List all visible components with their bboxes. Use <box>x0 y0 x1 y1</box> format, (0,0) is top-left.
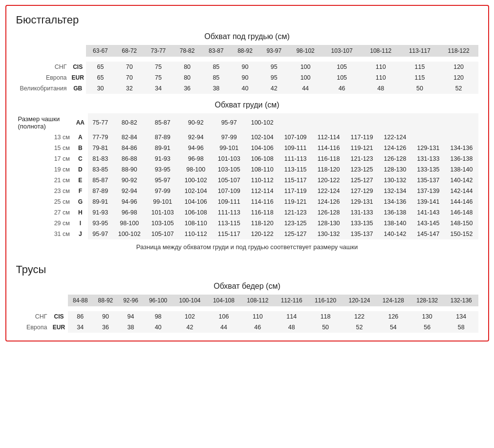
cup-i-row: 29 см I 93-9598-100103-105108-110113-115… <box>16 218 478 229</box>
cup-h-row: 27 см H 91-9396-98101-103106-108111-1131… <box>16 207 478 218</box>
cup-table: Размер чашки(полнота) AA 75-7780-8285-87… <box>16 113 478 255</box>
underbust-cis-row: СНГ CIS 65707580859095100105110115120 <box>16 62 478 72</box>
cup-b-row: 15 см B 79-8184-8689-9194-9699-101104-10… <box>16 143 478 153</box>
underbust-subtitle: Обхват под грудью (см) <box>16 32 478 41</box>
hip-header-row: 84-8888-9292-9696-100100-104104-108108-1… <box>16 295 478 306</box>
hip-table: 84-8888-9292-9696-100100-104104-108108-1… <box>16 295 478 333</box>
cup-c-row: 17 см C 81-8386-8891-9396-98101-103106-1… <box>16 153 478 164</box>
bra-section: Бюстгальтер Обхват под грудью (см) 63-67… <box>16 14 478 255</box>
cup-e-row: 21 см E 85-8790-9295-97100-102105-107110… <box>16 175 478 186</box>
cup-f-row: 23 см F 87-8992-9497-99102-104107-109112… <box>16 186 478 196</box>
underbust-header-row: 63-67 68-72 73-77 78-82 83-87 88-92 93-9… <box>16 45 478 57</box>
bra-title: Бюстгальтер <box>16 14 478 26</box>
underbust-gb-row: Великобритания GB 3032343638404244464850… <box>16 83 478 94</box>
cup-g-row: 25 см G 89-9194-9699-101104-106109-11111… <box>16 196 478 207</box>
cup-d-row: 19 см D 83-8588-9093-9598-100103-105108-… <box>16 164 478 175</box>
panty-section: Трусы Обхват бедер (см) 84-8888-9292-969… <box>16 263 478 333</box>
hip-eur-row: Европа EUR 34363840424446485052545658 <box>16 322 478 333</box>
panty-title: Трусы <box>16 263 478 276</box>
cup-note-row: Разница между обхватом груди и под грудь… <box>16 239 478 255</box>
cup-a-row: 13 см A 77-7982-8487-8992-9497-99102-104… <box>16 132 478 143</box>
cup-aa-row: Размер чашки(полнота) AA 75-7780-8285-87… <box>16 113 478 132</box>
cup-j-row: 31 см J 95-97100-102105-107110-112115-11… <box>16 229 478 239</box>
hip-subtitle: Обхват бедер (см) <box>16 282 478 291</box>
underbust-eur-row: Европа EUR 65707580859095100105110115120 <box>16 72 478 83</box>
cup-note: Разница между обхватом груди и под грудь… <box>16 239 478 255</box>
underbust-table: 63-67 68-72 73-77 78-82 83-87 88-92 93-9… <box>16 45 478 94</box>
main-container: Бюстгальтер Обхват под грудью (см) 63-67… <box>5 5 489 341</box>
hip-cis-row: СНГ CIS 86909498102106110114118122126130… <box>16 311 478 322</box>
bust-subtitle: Обхват груди (см) <box>16 101 478 109</box>
